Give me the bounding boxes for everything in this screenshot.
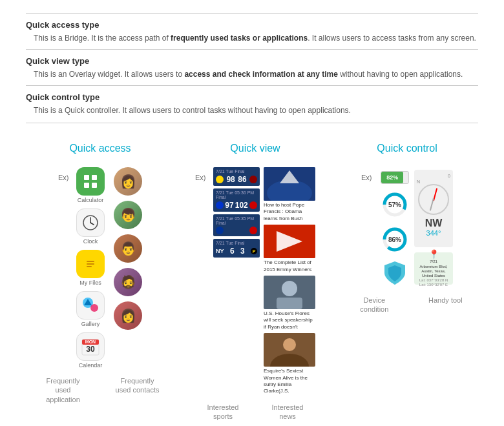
score-b-2: 102 bbox=[235, 201, 248, 210]
score-row-1: 98 86 bbox=[216, 175, 257, 184]
calculator-icon bbox=[76, 167, 105, 196]
quick-view-inner: Ex) 7/21 Tue Final 98 86 bbox=[195, 167, 315, 395]
qa-apps-list: Calculator Clock bbox=[76, 167, 105, 369]
qv-ex-label: Ex) bbox=[195, 174, 209, 181]
gallery-label: Gallery bbox=[81, 321, 100, 327]
score-b-4: 3 bbox=[240, 247, 245, 256]
qc-ex-label: Ex) bbox=[361, 174, 375, 181]
donut-57: 57% bbox=[381, 190, 409, 219]
news-img-3 bbox=[264, 276, 315, 309]
news-card-3: U.S. House's Flores will seek speakershi… bbox=[264, 276, 315, 330]
score-b-1: 86 bbox=[238, 175, 246, 184]
qv-footer-news-label: Interested news bbox=[265, 403, 310, 421]
svg-text:MON: MON bbox=[85, 340, 96, 344]
donut-57-text: 57% bbox=[388, 201, 401, 208]
qv-footer: Interested sports Interested news bbox=[191, 403, 320, 421]
calendar-icon: 30 MON bbox=[76, 332, 105, 361]
app-calendar: 30 MON Calendar bbox=[76, 332, 105, 369]
qv-footer-sports: Interested sports bbox=[200, 403, 246, 421]
quick-control-type-desc: This is a Quick controller. It allows us… bbox=[26, 105, 478, 116]
contact-4: 🧔 bbox=[114, 268, 142, 296]
quick-access-inner: Ex) Calculator bbox=[58, 167, 142, 369]
score-a-2: 97 bbox=[225, 201, 233, 210]
avatar-3: 👨 bbox=[114, 234, 142, 263]
qa-footer-contacts: Frequently used contacts bbox=[115, 376, 160, 404]
sport-card-1: 7/21 Tue Final 98 86 bbox=[213, 167, 260, 186]
score-row-3 bbox=[216, 227, 257, 234]
news-card-2: The Complete List of 2015 Emmy Winners bbox=[264, 225, 315, 273]
svg-rect-2 bbox=[84, 183, 89, 188]
qc-footer: Device condition Handy tool bbox=[336, 296, 478, 314]
svg-line-6 bbox=[90, 223, 94, 225]
handy-tool: 0 N NW 344° 📍 7/21Arboretum Blvd,Aust bbox=[414, 170, 453, 285]
news-title-4: Esquire's Sexiest Women Alive is the sul… bbox=[264, 368, 315, 395]
score-row-2: 97 102 bbox=[216, 201, 257, 210]
app-clock: Clock bbox=[76, 208, 105, 245]
clock-label: Clock bbox=[83, 238, 98, 245]
qa-ex-label: Ex) bbox=[58, 174, 72, 181]
news-title-1: How to host Pope Francis : Obama learns … bbox=[264, 202, 315, 222]
contact-2: 👦 bbox=[114, 201, 142, 229]
map-widget: 📍 7/21Arboretum Blvd,Austin, Texas,Unite… bbox=[414, 252, 453, 285]
qc-footer-device-label: Device condition bbox=[352, 296, 397, 314]
svg-rect-8 bbox=[87, 261, 94, 262]
quick-control-inner: Ex) 82% 57% bbox=[361, 167, 453, 288]
gallery-icon bbox=[76, 291, 105, 320]
avatar-4: 🧔 bbox=[114, 268, 142, 296]
sport-date-1: 7/21 Tue Final bbox=[216, 169, 257, 174]
calculator-label: Calculator bbox=[78, 197, 104, 203]
quick-access-type-section: Quick access type This is a Bridge. It i… bbox=[26, 13, 478, 49]
battery-indicator: 82% bbox=[381, 171, 409, 184]
avatar-2: 👦 bbox=[114, 201, 142, 229]
qc-footer-handy: Handy tool bbox=[428, 296, 463, 314]
svg-point-24 bbox=[282, 281, 297, 296]
qa-footer-contacts-label: Frequently used contacts bbox=[115, 376, 160, 395]
map-address: 7/21Arboretum Blvd,Austin, Texas,United … bbox=[419, 259, 448, 287]
svg-rect-3 bbox=[92, 183, 97, 188]
qa-contacts-list: 👩 👦 👨 🧔 👩 bbox=[114, 167, 142, 330]
qa-footer-apps-label: Frequently used application bbox=[41, 376, 86, 404]
news-img-1 bbox=[264, 167, 315, 201]
quick-view-column: Quick view Ex) 7/21 Tue Final 98 86 bbox=[191, 143, 320, 421]
quick-access-title: Quick access bbox=[69, 143, 131, 154]
sports-cards: 7/21 Tue Final 98 86 7/21 Tue 05:36 bbox=[213, 167, 260, 258]
contact-5: 👩 bbox=[114, 301, 142, 330]
qc-footer-handy-label: Handy tool bbox=[428, 296, 463, 305]
device-condition: 82% 57% 86% bbox=[381, 171, 409, 288]
quick-view-title: Quick view bbox=[230, 143, 280, 154]
app-myfiles: My Files bbox=[76, 250, 105, 286]
clock-icon bbox=[76, 208, 105, 237]
sport-date-4: 7/21 Tue Final bbox=[216, 241, 257, 245]
qc-footer-device: Device condition bbox=[352, 296, 397, 314]
sport-date-3: 7/21 Tue 05:35 PM Final bbox=[216, 216, 257, 225]
map-pin-icon: 📍 bbox=[428, 249, 439, 259]
sport-card-2: 7/21 Tue 05:36 PM Final 97 102 bbox=[213, 188, 260, 212]
svg-point-28 bbox=[283, 338, 296, 351]
calendar-label: Calendar bbox=[79, 362, 103, 369]
quick-control-column: Quick control Ex) 82% 57% bbox=[336, 143, 478, 314]
qv-footer-news: Interested news bbox=[265, 403, 310, 421]
app-gallery: Gallery bbox=[76, 291, 105, 327]
svg-rect-10 bbox=[87, 266, 92, 267]
svg-rect-0 bbox=[84, 175, 89, 180]
qv-footer-sports-label: Interested sports bbox=[200, 403, 246, 421]
svg-text:30: 30 bbox=[86, 345, 95, 354]
score-a-4: 6 bbox=[230, 247, 235, 256]
myfiles-label: My Files bbox=[79, 279, 101, 286]
compass-degrees: 344° bbox=[426, 229, 441, 237]
news-img-2 bbox=[264, 225, 315, 258]
qa-footer-apps: Frequently used application bbox=[41, 376, 86, 404]
quick-control-type-section: Quick control type This is a Quick contr… bbox=[26, 85, 478, 123]
svg-rect-25 bbox=[277, 298, 302, 309]
quick-control-title: Quick control bbox=[377, 143, 437, 154]
donut-86-text: 86% bbox=[388, 236, 401, 243]
shield-container bbox=[383, 260, 406, 288]
news-card-1: How to host Pope Francis : Obama learns … bbox=[264, 167, 315, 222]
app-calculator: Calculator bbox=[76, 167, 105, 203]
quick-view-type-section: Quick view type This is an Overlay widge… bbox=[26, 49, 478, 85]
news-cards: How to host Pope Francis : Obama learns … bbox=[264, 167, 315, 395]
avatar-1: 👩 bbox=[114, 167, 142, 196]
svg-rect-1 bbox=[92, 175, 97, 180]
score-a-1: 98 bbox=[226, 175, 235, 184]
sport-card-3: 7/21 Tue 05:35 PM Final bbox=[213, 214, 260, 236]
